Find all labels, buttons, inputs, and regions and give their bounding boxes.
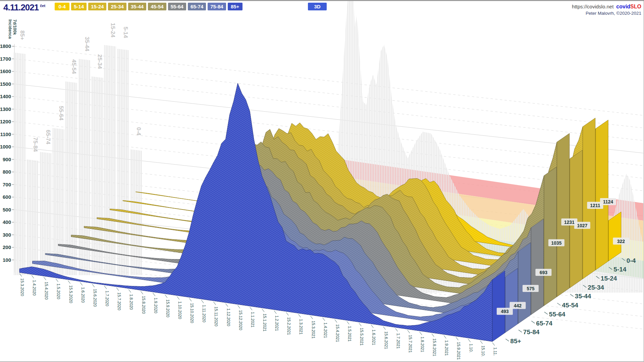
svg-text:15-24: 15-24 [601, 275, 617, 282]
age-filter-button-75-84[interactable]: 75-84 [208, 3, 226, 10]
svg-text:15.5.2020: 15.5.2020 [68, 285, 73, 303]
svg-text:1.7.2020: 1.7.2020 [105, 291, 109, 306]
svg-text:0-4: 0-4 [136, 127, 142, 136]
mode-3d-button[interactable]: 3D [308, 3, 327, 10]
svg-text:900: 900 [3, 157, 11, 162]
svg-text:1.7.2021: 1.7.2021 [396, 333, 400, 349]
svg-text:1.11.: 1.11. [493, 347, 497, 356]
svg-text:100: 100 [3, 257, 11, 263]
svg-text:600: 600 [3, 194, 11, 200]
svg-text:15.3.2020: 15.3.2020 [20, 278, 24, 296]
svg-text:15.3.2021: 15.3.2021 [311, 321, 316, 339]
age-filter-button-85+[interactable]: 85+ [228, 3, 243, 10]
age-filter-button-0-4[interactable]: 0-4 [55, 3, 69, 10]
svg-text:700: 700 [3, 182, 11, 187]
site-url-link[interactable]: https://covidslo.net [572, 4, 613, 9]
top-toolbar: 4.11.2021čet 0-45-1415-2425-3435-4445-54… [0, 1, 644, 12]
svg-text:1300: 1300 [0, 106, 11, 112]
svg-text:322: 322 [617, 239, 625, 244]
logo-slo: SLO [630, 4, 641, 9]
end-value-55-64: 693 [535, 269, 551, 276]
svg-text:1500: 1500 [0, 81, 11, 87]
svg-text:1.3.2021: 1.3.2021 [299, 319, 303, 335]
svg-text:1211: 1211 [590, 203, 600, 208]
svg-text:15.9.2021: 15.9.2021 [456, 342, 461, 360]
end-value-35-44: 1231 [561, 219, 577, 226]
svg-text:15.7.2020: 15.7.2020 [117, 292, 121, 310]
svg-text:55-64: 55-64 [58, 106, 64, 121]
svg-text:1.11.2020: 1.11.2020 [202, 305, 206, 322]
svg-text:1.10.2020: 1.10.2020 [177, 301, 182, 319]
end-value-85+: 493 [497, 308, 513, 315]
author-credit: Peter Malovrh, ©2020-2021 [572, 10, 641, 17]
svg-text:1.6.2021: 1.6.2021 [371, 329, 376, 345]
age-filter-button-35-44[interactable]: 35-44 [128, 3, 146, 10]
svg-text:15.6.2021: 15.6.2021 [384, 331, 388, 349]
svg-text:1400: 1400 [0, 94, 11, 99]
svg-text:1600: 1600 [0, 68, 11, 74]
svg-text:15.12.2020: 15.12.2020 [238, 310, 243, 330]
svg-text:45-54: 45-54 [562, 302, 578, 309]
svg-text:1.6.2020: 1.6.2020 [80, 287, 85, 303]
svg-text:15.7.2021: 15.7.2021 [408, 335, 413, 353]
age-filter-button-45-54[interactable]: 45-54 [148, 3, 166, 10]
svg-text:Incidenca: Incidenca [8, 19, 12, 39]
svg-text:5-14: 5-14 [122, 27, 129, 39]
svg-text:1.2.2021: 1.2.2021 [274, 315, 279, 331]
svg-text:1.5.2021: 1.5.2021 [347, 326, 352, 342]
age-filter-button-15-24[interactable]: 15-24 [88, 3, 106, 10]
svg-text:25-34: 25-34 [588, 284, 604, 291]
svg-text:15.4.2021: 15.4.2021 [335, 324, 340, 342]
svg-text:7d/100k: 7d/100k [12, 19, 17, 35]
svg-text:1.4.2021: 1.4.2021 [323, 322, 328, 338]
age-filter-button-65-74[interactable]: 65-74 [188, 3, 206, 10]
svg-text:693: 693 [540, 270, 548, 275]
svg-text:15.1.2021: 15.1.2021 [262, 314, 267, 332]
age-filter-button-55-64[interactable]: 55-64 [168, 3, 186, 10]
svg-text:15.6.2020: 15.6.2020 [93, 289, 97, 307]
logo-covid: covid [616, 4, 630, 9]
svg-text:1.8.2020: 1.8.2020 [129, 294, 133, 310]
current-date: 4.11.2021čet [3, 2, 45, 13]
svg-text:15-24: 15-24 [110, 23, 116, 38]
site-credit-block: https://covidslo.netcovidSLO Peter Malov… [572, 3, 641, 17]
svg-text:1.10.: 1.10. [469, 344, 473, 353]
svg-text:493: 493 [501, 309, 509, 314]
svg-text:15.5.2021: 15.5.2021 [359, 328, 364, 346]
svg-text:442: 442 [514, 303, 522, 308]
age-filter-button-25-34[interactable]: 25-34 [108, 3, 126, 10]
age-filter-button-5-14[interactable]: 5-14 [71, 3, 87, 10]
svg-text:1.4.2020: 1.4.2020 [32, 280, 37, 296]
svg-text:35-44: 35-44 [84, 37, 90, 52]
svg-text:1.9.2021: 1.9.2021 [444, 340, 449, 356]
svg-text:200: 200 [3, 244, 11, 250]
svg-text:800: 800 [3, 169, 11, 175]
svg-text:1231: 1231 [564, 220, 575, 225]
svg-text:15.9.2020: 15.9.2020 [165, 299, 170, 317]
svg-text:1.9.2020: 1.9.2020 [153, 298, 158, 313]
svg-text:300: 300 [3, 232, 11, 238]
svg-text:15.2.2021: 15.2.2021 [286, 317, 291, 335]
age-filter-buttons: 0-45-1415-2425-3435-4445-5455-6465-7475-… [55, 3, 243, 10]
svg-text:15.8.2021: 15.8.2021 [432, 339, 437, 357]
svg-text:45-54: 45-54 [71, 59, 77, 74]
svg-text:75-84: 75-84 [32, 137, 39, 152]
end-value-15-24: 1211 [587, 202, 603, 209]
incidence-3d-chart: 1002003004005006007008009001000110012001… [0, 1, 644, 362]
svg-text:1700: 1700 [0, 56, 11, 62]
svg-text:1000: 1000 [0, 144, 11, 149]
svg-text:5-14: 5-14 [613, 266, 626, 273]
date-label: 4.11.2021 [3, 2, 39, 12]
svg-text:85+: 85+ [510, 338, 521, 345]
svg-text:1027: 1027 [577, 223, 587, 228]
svg-text:0-4: 0-4 [627, 257, 636, 264]
svg-text:15.10.2020: 15.10.2020 [190, 303, 194, 323]
end-value-45-54: 1035 [548, 239, 565, 246]
svg-text:85+: 85+ [19, 31, 25, 40]
svg-text:1200: 1200 [0, 119, 11, 124]
svg-text:1.8.2021: 1.8.2021 [420, 337, 425, 352]
svg-text:65-74: 65-74 [45, 130, 51, 144]
svg-text:65-74: 65-74 [536, 320, 552, 327]
svg-text:25-34: 25-34 [97, 54, 103, 69]
svg-text:15.10.: 15.10. [481, 346, 485, 357]
